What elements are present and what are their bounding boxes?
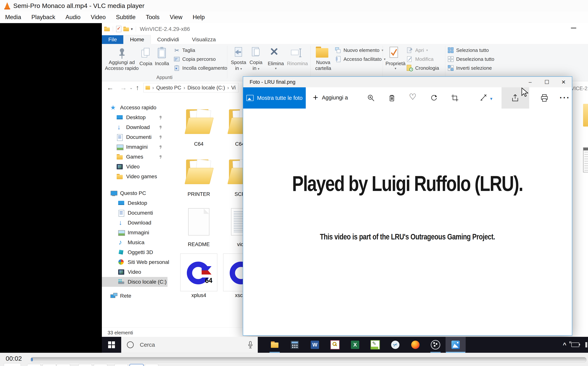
tray-chevron-icon[interactable]: ^ [563,341,566,348]
sidebar-item[interactable]: Desktop [102,113,169,122]
properties-button[interactable]: Proprietà▾ [384,61,407,70]
more-icon[interactable]: ··· [560,93,570,102]
vlc-button-partial[interactable] [27,364,41,366]
plus-icon[interactable]: + [313,92,318,102]
properties-qat-icon[interactable] [116,26,121,32]
rotate-icon[interactable] [430,94,438,102]
microphone-icon[interactable] [248,341,253,349]
explorer-tab[interactable]: Visualizza [185,35,222,44]
history-button[interactable]: Cronologia [406,65,439,71]
sidebar-item[interactable]: Documenti [102,132,169,142]
vlc-button-partial[interactable] [56,364,70,366]
vlc-button-partial[interactable] [114,364,128,366]
recent-locations-caret-icon[interactable]: ⌄ [130,85,133,90]
pin-to-quick-button[interactable]: Aggiungi adAccesso rapido [104,60,140,71]
taskbar-app[interactable] [445,337,466,353]
file-item[interactable]: README [177,203,220,253]
sidebar-item[interactable]: Games [102,152,169,162]
explorer-tab[interactable]: Condividi [151,35,185,44]
add-to-button[interactable]: Aggiungi a [322,95,348,101]
sidebar-item[interactable]: Video games [102,172,169,182]
minimize-icon[interactable]: – [522,77,539,87]
easy-access-button[interactable]: Accesso facilitato▾ [335,56,385,62]
vlc-menu-item[interactable]: Subtitle [111,14,141,21]
back-icon[interactable]: ← [107,84,114,92]
sidebar-item[interactable]: Documenti [102,208,169,218]
sidebar-item[interactable]: Disco locale (C:) [102,277,167,287]
vlc-menu-item[interactable]: Help [188,14,210,21]
taskbar-app[interactable] [265,337,285,353]
share-icon[interactable] [511,94,519,102]
explorer-tab[interactable]: Home [123,35,151,44]
delete-icon[interactable] [388,94,396,102]
breadcrumb-item[interactable]: Disco locale (C:) [181,85,225,91]
vlc-button-partial-focused[interactable] [130,364,143,366]
paste-shortcut-button[interactable]: Incolla collegamento [174,65,227,71]
paste-button[interactable]: Incolla [152,61,172,67]
maximize-icon[interactable]: ☐ [539,77,555,87]
seek-bar[interactable] [30,357,587,362]
see-all-photos-button[interactable]: Mostra tutte le foto [243,87,306,108]
open-button[interactable]: Apri▾ [406,47,428,53]
cut-button[interactable]: ✂ Taglia [174,47,195,53]
crop-icon[interactable] [451,94,459,102]
explorer-tab[interactable]: File [102,35,123,44]
close-icon[interactable]: ✕ [555,77,572,87]
vlc-menu-item[interactable]: Video [86,14,111,21]
vlc-menu-item[interactable]: View [165,14,188,21]
deselect-all-button[interactable]: Deseleziona tutto [447,56,494,62]
taskbar-app[interactable] [325,337,345,353]
sidebar-header-quick-access[interactable]: Accesso rapido [102,103,169,113]
vlc-button-partial[interactable] [145,364,158,366]
file-item[interactable]: 64 xplus4 [177,253,220,304]
vlc-menu-item[interactable]: Playback [26,14,60,21]
sidebar-item[interactable]: Immagini [102,228,169,237]
taskbar-app[interactable] [305,337,325,353]
vlc-button-partial[interactable] [42,364,56,366]
rename-button[interactable]: Rinomina [285,61,310,67]
breadcrumb-item[interactable]: Vi [225,85,236,91]
sidebar-header-network[interactable]: Rete [102,291,169,301]
start-button[interactable] [102,337,121,353]
taskbar-app[interactable] [405,337,425,353]
vlc-menu-item[interactable]: Tools [141,14,165,21]
sidebar-item[interactable]: Download [102,122,169,132]
favorite-icon[interactable]: ♡ [409,92,416,101]
edit-button[interactable]: Modifica [406,56,434,62]
vlc-button-partial[interactable] [78,364,92,366]
delete-button[interactable]: Elimina▾ [265,61,287,70]
new-item-button[interactable]: Nuovo elemento▾ [335,47,383,53]
select-all-button[interactable]: Seleziona tutto [447,47,489,53]
sidebar-item[interactable]: Video [102,267,169,277]
vlc-button-partial[interactable] [94,364,107,366]
sidebar-item[interactable]: Oggetti 3D [102,247,169,257]
battery-icon[interactable] [571,343,579,347]
breadcrumb-item[interactable]: Questo PC [150,85,181,91]
vlc-button-partial[interactable] [4,363,21,366]
sidebar-item[interactable]: Download [102,218,169,228]
explorer-minimize-icon[interactable] [571,28,576,28]
print-icon[interactable] [540,94,548,102]
vlc-menu-item[interactable]: Audio [60,14,86,21]
invert-selection-button[interactable]: Inverti selezione [447,65,492,71]
new-folder-qat-icon[interactable] [123,27,129,31]
taskbar-app[interactable] [365,337,385,353]
sidebar-item[interactable]: Video [102,162,169,172]
forward-icon[interactable]: → [120,84,127,92]
sidebar-item[interactable]: Siti Web personali s [102,257,169,267]
taskbar-app[interactable] [345,337,365,353]
qat-customize-caret-icon[interactable]: ▾ [131,27,133,31]
edit-icon[interactable] [479,94,487,102]
taskbar-app[interactable] [285,337,305,353]
up-icon[interactable]: ↑ [136,84,139,92]
sidebar-item[interactable]: Musica [102,237,169,247]
vlc-menu-item[interactable]: Media [0,14,26,21]
move-to-button[interactable]: Sposta in ▾ [229,60,248,71]
file-item[interactable]: C64 [177,103,220,153]
sidebar-item[interactable]: Immagini [102,142,169,152]
sidebar-item[interactable]: Desktop [102,198,169,208]
edit-caret-icon[interactable]: ▾ [490,96,493,101]
sidebar-header-this-pc[interactable]: Questo PC [102,188,169,198]
search-box[interactable]: Cerca [121,337,258,353]
address-bar[interactable]: Questo PCDisco locale (C:)Vi [143,83,238,92]
